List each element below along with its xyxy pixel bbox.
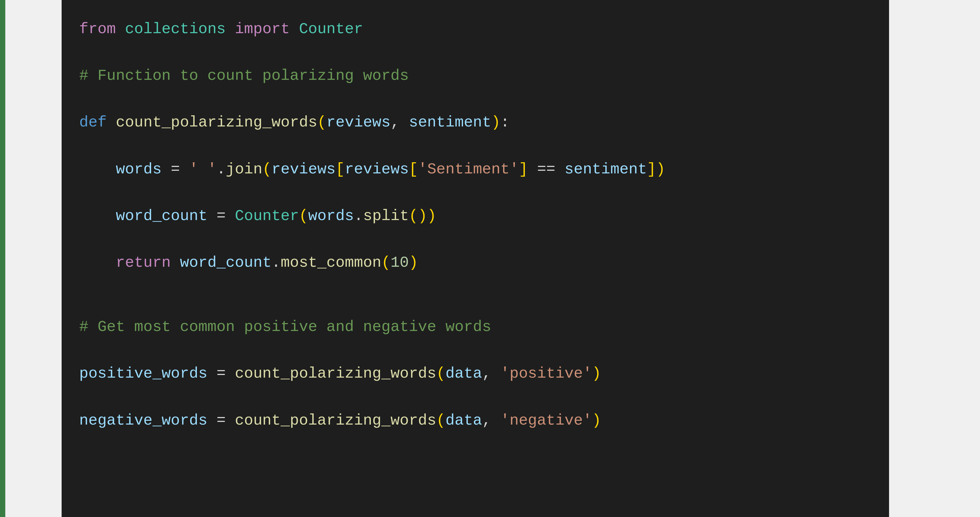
green-bar (0, 0, 5, 517)
main-content: from collections import Counter # Functi… (62, 0, 980, 517)
code-line-13 (79, 277, 872, 295)
code-line-9 (79, 184, 872, 202)
code-line-1: from collections import Counter (79, 15, 872, 44)
code-container: from collections import Counter # Functi… (62, 0, 889, 517)
code-line-5 (79, 91, 872, 108)
code-line-4: # Function to count polarizing words (79, 61, 872, 91)
code-line-6: def count_polarizing_words(reviews, sent… (79, 108, 872, 137)
code-line-15: # Get most common positive and negative … (79, 312, 872, 342)
code-line-2 (79, 44, 872, 61)
code-line-12: return word_count.most_common(10) (79, 248, 872, 277)
code-line-11 (79, 231, 872, 248)
code-line-14 (79, 295, 872, 312)
code-line-10: word_count = Counter(words.split()) (79, 202, 872, 231)
left-sidebar (0, 0, 62, 517)
code-line-7 (79, 137, 872, 155)
code-line-18 (79, 388, 872, 406)
right-space (889, 0, 980, 517)
code-line-8: words = ' '.join(reviews[reviews['Sentim… (79, 155, 872, 184)
code-line-16 (79, 342, 872, 359)
code-line-19: negative_words = count_polarizing_words(… (79, 406, 872, 435)
code-line-17: positive_words = count_polarizing_words(… (79, 359, 872, 388)
